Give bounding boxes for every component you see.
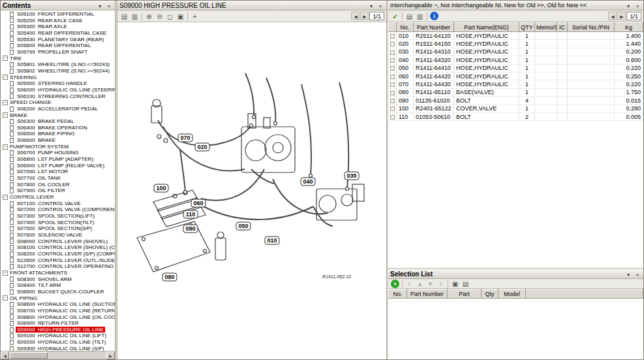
tree-item[interactable]: S07200CONTROL VALVE (COMPONENT	[1, 206, 115, 213]
pin-icon[interactable]: ▾	[624, 2, 632, 9]
tree-item[interactable]: S12700CONTROL LEVER OPERATING	[1, 263, 115, 270]
zoom-area-icon[interactable]: ▣	[176, 12, 185, 21]
collapse-icon[interactable]: −	[3, 270, 8, 276]
remove-icon[interactable]: ×	[436, 279, 446, 288]
scroll-left-icon[interactable]: ◀	[1, 352, 9, 359]
part-row[interactable]: 080R1411-65110BASE(VALVE)11.750	[389, 88, 643, 96]
zoom-fit-icon[interactable]: ◻	[165, 12, 175, 21]
diagram-callout[interactable]: 070	[177, 134, 192, 142]
tree-item[interactable]: S05400REAR DIFFERENTIAL CASE	[1, 30, 115, 37]
tree-item[interactable]: S07300SPOOL SECTION(LIFT)	[1, 213, 115, 220]
close-icon[interactable]: ×	[105, 2, 113, 9]
diagram-callout[interactable]: 060	[191, 199, 206, 208]
export-icon[interactable]: ▥	[130, 12, 140, 21]
next-page-button[interactable]: ▶	[617, 12, 626, 20]
pin-icon[interactable]: ▾	[96, 2, 104, 9]
column-header[interactable]: Part Name(ENG)	[454, 23, 519, 32]
move-up-icon[interactable]: ▲	[415, 279, 425, 288]
column-header[interactable]: No.	[389, 289, 407, 299]
column-header[interactable]: Part Number	[407, 289, 448, 299]
info-icon[interactable]: i	[430, 12, 438, 20]
diagram-callout[interactable]: 110	[183, 210, 198, 219]
tree-item[interactable]: S07100CONTROL VALVE	[1, 201, 115, 207]
diagram-callout[interactable]: 090	[183, 225, 198, 233]
tree-item[interactable]: S08500BUCKET QUICK-COUPLER	[1, 289, 115, 295]
tree-item[interactable]: S12600CONTROL LEVER OUTL./SLIDE L	[1, 257, 115, 264]
tree-item[interactable]: S08200CONTROL LEVER (S/P) (COMPO	[1, 251, 115, 257]
save-icon[interactable]: ▣	[450, 279, 460, 288]
tree-item[interactable]: S09100HYDRAULIC OIL LINE (LIFT)	[1, 333, 115, 339]
confirm-icon[interactable]: ✓	[390, 12, 400, 21]
collapse-icon[interactable]: −	[3, 195, 8, 200]
diagram-callout[interactable]: 040	[300, 178, 315, 186]
tree-item[interactable]: S06000HYDRAULIC OIL LINE (STEERING	[1, 87, 115, 93]
column-header[interactable]: Serial No./PIN	[568, 23, 615, 32]
diagram-callout[interactable]: 020	[194, 143, 209, 152]
column-header[interactable]: Memo/SB	[535, 23, 557, 32]
tree-item[interactable]: S06600BRAKE	[1, 137, 115, 144]
close-icon[interactable]: ×	[376, 2, 384, 9]
column-header[interactable]: Part Number	[414, 23, 454, 32]
doc-icon[interactable]: ▤	[405, 12, 414, 21]
part-row[interactable]: 040R1411-64320HOSE,HYDRAULIC10.600	[389, 56, 643, 64]
column-header[interactable]: Kg	[615, 23, 643, 32]
tree-group[interactable]: −SPEED CHANGE	[1, 99, 115, 106]
diagram-callout[interactable]: 050	[236, 222, 251, 231]
tree-item[interactable]: S07500SPOOL SECTION(S/P)	[1, 225, 115, 232]
zoom-in-icon[interactable]: ⊕	[144, 12, 154, 21]
confirm-icon[interactable]: ✓	[405, 279, 414, 288]
tree-group[interactable]: −CONTROL LEVER	[1, 194, 115, 201]
column-header[interactable]: Model	[498, 289, 526, 299]
column-header[interactable]: No.	[397, 23, 414, 32]
collapse-icon[interactable]: −	[3, 295, 8, 301]
move-down-icon[interactable]: ▼	[425, 279, 435, 288]
collapse-icon[interactable]: −	[3, 144, 8, 150]
prev-page-button[interactable]: ◀	[351, 12, 360, 20]
tree-item[interactable]: S07900OIL FILTER	[1, 188, 115, 194]
tree-item[interactable]: S05200REAR AXLE CASE	[1, 18, 115, 24]
tree-item[interactable]: S06700PUMP HOUSING	[1, 150, 115, 156]
next-page-button[interactable]: ▶	[360, 12, 369, 20]
collapse-icon[interactable]: −	[3, 74, 8, 80]
tree-item[interactable]: S09000HIGH PRESSURE OIL LINE	[1, 327, 115, 333]
part-row[interactable]: 100R2401-65122COVER,VALVE10.280	[389, 105, 643, 112]
tree-item[interactable]: S05300REAR AXLE	[1, 24, 115, 30]
tree-group[interactable]: −PUMP/MOTOR SYSTEM	[1, 144, 115, 150]
tree-item[interactable]: S06400BRAKE OPERATION	[1, 125, 115, 131]
scrollbar-thumb[interactable]	[10, 352, 48, 359]
tree-item[interactable]: S06800LST PUMP (ADAPTER)	[1, 156, 115, 163]
tree-item[interactable]: S07800OIL COOLER	[1, 182, 115, 188]
tree-item[interactable]: S09300HYDRAULIC OIL LINE (S/P)	[1, 346, 115, 351]
tree-group[interactable]: −BRAKE	[1, 112, 115, 119]
part-row[interactable]: 060R1411-64420HOSE,HYDRAULIC10.250	[389, 72, 643, 80]
tree-item[interactable]: S08600HYDRAULIC OIL LINE (SUCTION)	[1, 301, 115, 308]
print-icon[interactable]: ▤	[461, 279, 470, 288]
scroll-right-icon[interactable]: ▶	[106, 352, 115, 359]
diagram-callout[interactable]: 010	[264, 237, 279, 245]
tree-item[interactable]: S05801WHEEL/TIRE (S.NO.<=50243)	[1, 61, 115, 68]
tree-item[interactable]: S05799PROPELLER SHAFT	[1, 49, 115, 56]
part-row[interactable]: 030R1411-64310HOSE,HYDRAULIC10.200	[389, 48, 643, 56]
tree-item[interactable]: S06100STREERING CONTROLLER	[1, 93, 115, 100]
tree-item[interactable]: S08800HYDRAULIC OIL LINE (OIL COOL	[1, 314, 115, 321]
part-row[interactable]: 050R1411-64410HOSE,HYDRAULIC10.220	[389, 64, 643, 72]
zoom-out-icon[interactable]: ⊖	[155, 12, 164, 21]
selection-list-empty-area[interactable]	[388, 299, 643, 359]
close-icon[interactable]: ×	[634, 270, 641, 278]
part-row[interactable]: 11001053-50610BOLT20.005	[389, 112, 643, 120]
diagram-callout[interactable]: 030	[344, 172, 359, 180]
tree-item[interactable]: S05100FRONT DIFFERENTIAL	[1, 11, 115, 18]
add-icon[interactable]: +	[391, 280, 399, 288]
tree-item[interactable]: S05530PLANETARY GEAR (REAR)	[1, 37, 115, 43]
column-header[interactable]: IC	[557, 23, 568, 32]
prev-page-button[interactable]: ◀	[608, 12, 617, 20]
tree-item[interactable]: S07400SPOOL SECTION(TILT)	[1, 220, 115, 226]
column-header[interactable]: Part	[448, 289, 482, 299]
column-header[interactable]: Qty	[482, 289, 498, 299]
tree-item[interactable]: S05600REAR DIFFERENTIAL	[1, 42, 115, 49]
tree-item[interactable]: S08300SHOVEL ARM	[1, 276, 115, 283]
tree-group[interactable]: −OIL PIPING	[1, 295, 115, 302]
part-row[interactable]: 070R1411-64430HOSE,HYDRAULIC10.220	[389, 80, 643, 88]
part-row[interactable]: 020R1511-64150HOSE,HYDRAULIC11.440	[389, 40, 643, 48]
tree-group[interactable]: −TIRE	[1, 56, 115, 62]
